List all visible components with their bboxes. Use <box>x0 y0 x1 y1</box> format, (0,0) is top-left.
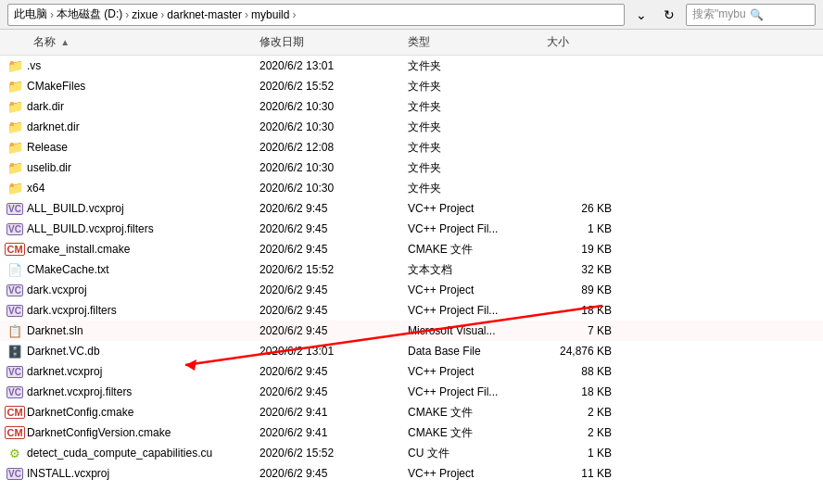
col-header-date[interactable]: 修改日期 <box>260 34 408 50</box>
file-name: Darknet.sln <box>27 324 83 337</box>
path-part-zixue[interactable]: zixue <box>132 8 158 21</box>
list-item[interactable]: VC darknet.vcxproj.filters 2020/6/2 9:45… <box>0 382 823 402</box>
file-date: 2020/6/2 9:45 <box>260 467 408 480</box>
file-name: .vs <box>27 59 41 72</box>
col-header-name[interactable]: 名称 ▲ <box>0 34 260 50</box>
file-type: CMAKE 文件 <box>408 425 547 441</box>
search-placeholder: 搜索"mybu <box>692 6 746 22</box>
file-date: 2020/6/2 9:41 <box>260 426 408 439</box>
file-date: 2020/6/2 9:41 <box>260 406 408 419</box>
file-date: 2020/6/2 9:45 <box>260 284 408 296</box>
list-item[interactable]: VC ALL_BUILD.vcxproj 2020/6/2 9:45 VC++ … <box>0 198 823 219</box>
file-icon-sln: 📋 <box>7 323 22 338</box>
dropdown-button[interactable]: ⌄ <box>630 4 652 26</box>
file-size: 88 KB <box>547 365 621 378</box>
list-item[interactable]: 📁 dark.dir 2020/6/2 10:30 文件夹 <box>0 96 823 117</box>
col-header-size[interactable]: 大小 <box>547 34 621 50</box>
file-name: CMakeFiles <box>27 80 85 93</box>
file-icon-folder: 📁 <box>7 58 22 73</box>
search-icon: 🔍 <box>750 8 764 21</box>
file-name-cell: VC dark.vcxproj.filters <box>0 303 260 318</box>
file-type: Microsoft Visual... <box>408 324 547 337</box>
file-date: 2020/6/2 9:45 <box>260 385 408 398</box>
refresh-button[interactable]: ↻ <box>658 4 680 26</box>
file-size: 2 KB <box>547 406 621 419</box>
list-item[interactable]: VC dark.vcxproj.filters 2020/6/2 9:45 VC… <box>0 300 823 321</box>
path-part-darknet[interactable]: darknet-master <box>167 8 242 21</box>
file-name-cell: 📄 CMakeCache.txt <box>0 262 260 277</box>
list-item[interactable]: 📁 uselib.dir 2020/6/2 10:30 文件夹 <box>0 158 823 178</box>
file-name-cell: 📁 uselib.dir <box>0 160 260 175</box>
file-date: 2020/6/2 9:45 <box>260 304 408 317</box>
path-part-pc[interactable]: 此电脑 <box>14 6 47 22</box>
list-item[interactable]: CM DarknetConfigVersion.cmake 2020/6/2 9… <box>0 422 823 443</box>
address-path[interactable]: 此电脑 › 本地磁盘 (D:) › zixue › darknet-master… <box>7 4 625 26</box>
file-icon-folder: 📁 <box>7 99 22 114</box>
list-item[interactable]: 📄 CMakeCache.txt 2020/6/2 15:52 文本文档 32 … <box>0 259 823 280</box>
col-header-type[interactable]: 类型 <box>408 34 547 50</box>
list-item[interactable]: VC darknet.vcxproj 2020/6/2 9:45 VC++ Pr… <box>0 361 823 382</box>
file-name-cell: CM DarknetConfig.cmake <box>0 405 260 420</box>
sort-arrow: ▲ <box>60 37 70 47</box>
file-size: 1 KB <box>547 222 621 235</box>
list-item[interactable]: 📁 Release 2020/6/2 12:08 文件夹 <box>0 137 823 158</box>
file-date: 2020/6/2 9:45 <box>260 202 408 215</box>
file-type: VC++ Project Fil... <box>408 385 547 398</box>
file-name: dark.vcxproj <box>27 284 87 296</box>
file-type: CMAKE 文件 <box>408 405 547 421</box>
list-item[interactable]: CM cmake_install.cmake 2020/6/2 9:45 CMA… <box>0 239 823 259</box>
file-size: 24,876 KB <box>547 345 621 358</box>
file-name: darknet.vcxproj.filters <box>27 385 132 398</box>
file-icon-vcxproj: VC <box>7 303 22 318</box>
list-item[interactable]: CM DarknetConfig.cmake 2020/6/2 9:41 CMA… <box>0 402 823 422</box>
file-date: 2020/6/2 15:52 <box>260 80 408 93</box>
file-type: CU 文件 <box>408 446 547 461</box>
file-date: 2020/6/2 13:01 <box>260 345 408 358</box>
file-name-cell: 📁 x64 <box>0 181 260 195</box>
file-icon-folder: 📁 <box>7 160 22 175</box>
file-type: 文件夹 <box>408 120 547 135</box>
file-type: VC++ Project <box>408 365 547 378</box>
search-box[interactable]: 搜索"mybu 🔍 <box>686 4 816 26</box>
file-size: 26 KB <box>547 202 621 215</box>
file-name: Darknet.VC.db <box>27 345 100 358</box>
list-item[interactable]: VC dark.vcxproj 2020/6/2 9:45 VC++ Proje… <box>0 280 823 300</box>
list-item[interactable]: 📋 Darknet.sln 2020/6/2 9:45 Microsoft Vi… <box>0 321 823 341</box>
list-item[interactable]: 📁 .vs 2020/6/2 13:01 文件夹 <box>0 56 823 76</box>
file-name: Release <box>27 141 68 154</box>
file-name-cell: 📁 dark.dir <box>0 99 260 114</box>
file-size: 7 KB <box>547 324 621 337</box>
path-part-mybuild[interactable]: mybuild <box>251 8 289 21</box>
list-item[interactable]: ⚙ detect_cuda_compute_capabilities.cu 20… <box>0 443 823 463</box>
list-item[interactable]: 🗄️ Darknet.VC.db 2020/6/2 13:01 Data Bas… <box>0 341 823 361</box>
file-name: darknet.vcxproj <box>27 365 102 378</box>
list-item[interactable]: 📁 x64 2020/6/2 10:30 文件夹 <box>0 178 823 198</box>
file-size: 18 KB <box>547 385 621 398</box>
file-type: VC++ Project <box>408 202 547 215</box>
file-icon-folder: 📁 <box>7 181 22 195</box>
list-item[interactable]: 📁 darknet.dir 2020/6/2 10:30 文件夹 <box>0 117 823 137</box>
file-name: DarknetConfigVersion.cmake <box>27 426 171 439</box>
file-type: 文件夹 <box>408 181 547 196</box>
file-name: detect_cuda_compute_capabilities.cu <box>27 447 212 460</box>
path-part-disk[interactable]: 本地磁盘 (D:) <box>57 6 122 22</box>
list-item[interactable]: VC ALL_BUILD.vcxproj.filters 2020/6/2 9:… <box>0 219 823 239</box>
list-item[interactable]: VC INSTALL.vcxproj 2020/6/2 9:45 VC++ Pr… <box>0 463 823 484</box>
file-icon-folder: 📁 <box>7 140 22 155</box>
file-size: 32 KB <box>547 263 621 276</box>
file-name-cell: VC dark.vcxproj <box>0 283 260 297</box>
file-name: ALL_BUILD.vcxproj.filters <box>27 222 154 235</box>
file-name-cell: VC ALL_BUILD.vcxproj <box>0 201 260 216</box>
file-size: 2 KB <box>547 426 621 439</box>
file-type: 文件夹 <box>408 99 547 115</box>
file-icon-vcxproj: VC <box>7 221 22 236</box>
file-name-cell: 🗄️ Darknet.VC.db <box>0 344 260 359</box>
file-name-cell: VC darknet.vcxproj <box>0 364 260 379</box>
list-item[interactable]: 📁 CMakeFiles 2020/6/2 15:52 文件夹 <box>0 76 823 96</box>
file-type: VC++ Project <box>408 284 547 296</box>
file-name-cell: 📁 darknet.dir <box>0 120 260 134</box>
file-date: 2020/6/2 9:45 <box>260 324 408 337</box>
file-date: 2020/6/2 10:30 <box>260 182 408 195</box>
file-name-cell: CM cmake_install.cmake <box>0 242 260 257</box>
file-name-cell: VC ALL_BUILD.vcxproj.filters <box>0 221 260 236</box>
